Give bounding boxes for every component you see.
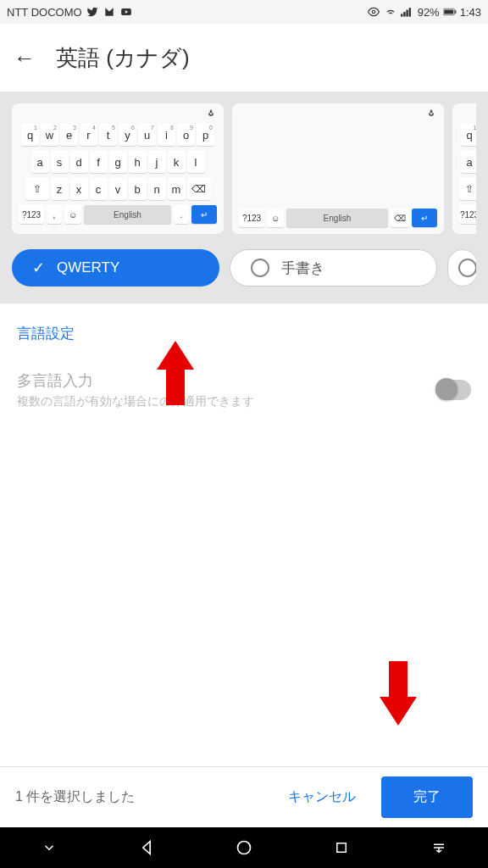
youtube-icon (119, 5, 133, 19)
period-key: . (174, 205, 189, 224)
mic-icon (207, 108, 215, 121)
key-f: f (90, 151, 108, 173)
comma-key: , (47, 205, 62, 224)
key-g: g (109, 151, 127, 173)
svg-rect-10 (337, 843, 347, 853)
key-n: n (148, 178, 166, 200)
mic-icon (427, 108, 435, 121)
key-e: e3 (60, 124, 78, 146)
chip-label: 手書き (281, 259, 324, 278)
radio-icon (458, 259, 476, 277)
bottom-action-bar: 1 件を選択しました キャンセル 完了 (0, 766, 488, 827)
eye-icon (367, 5, 380, 19)
nav-menu-icon[interactable] (430, 838, 448, 857)
navigation-bar (0, 827, 488, 868)
svg-rect-2 (401, 14, 402, 16)
keyboard-preview-next[interactable]: q1 a ⇧ ?123 (452, 103, 476, 234)
key-h: h (129, 151, 147, 173)
key-t: t5 (99, 124, 117, 146)
wifi-icon (384, 5, 397, 19)
key-l: l (187, 151, 205, 173)
key-a: a (31, 151, 49, 173)
svg-rect-5 (408, 8, 410, 16)
emoji-key: ☺ (267, 209, 284, 227)
twitter-icon (86, 5, 99, 19)
back-arrow-icon[interactable]: ← (14, 45, 36, 71)
check-icon: ✓ (32, 259, 45, 277)
key-q: q1 (21, 124, 39, 146)
key-j: j (148, 151, 166, 173)
key-p: p0 (197, 124, 214, 146)
spacebar: English (286, 209, 388, 227)
key-s: s (51, 151, 69, 173)
svg-rect-8 (455, 10, 456, 14)
backspace-key: ⌫ (187, 178, 211, 200)
key-i: i8 (158, 124, 175, 146)
keyboard-preview-qwerty[interactable]: q1w2e3r4t5y6u7i8o9p0 asdfghjkl ⇧ zxcvbnm… (12, 103, 224, 234)
language-settings-link[interactable]: 言語設定 (17, 324, 471, 343)
battery-icon (443, 5, 457, 19)
signal-icon (401, 5, 414, 19)
layout-chip-handwriting[interactable]: 手書き (230, 249, 437, 287)
header: ← 英語 (カナダ) (0, 24, 488, 92)
time-label: 1:43 (460, 6, 481, 19)
annotation-arrow-up (157, 341, 194, 370)
status-bar: NTT DOCOMO 92% 1:43 (0, 0, 488, 24)
settings-section: 言語設定 多言語入力 複数の言語が有効な場合にのみ適用できます (0, 303, 488, 430)
key-w: w2 (41, 124, 58, 146)
done-button[interactable]: 完了 (381, 776, 473, 818)
nav-back-icon[interactable] (137, 838, 156, 857)
svg-rect-7 (444, 10, 453, 14)
svg-point-1 (372, 10, 375, 14)
keyboard-preview-handwriting[interactable]: ?123 ☺ English ⌫ ↵ (232, 103, 444, 234)
layout-chip-qwerty[interactable]: ✓ QWERTY (12, 249, 219, 287)
keyboard-layout-carousel: q1w2e3r4t5y6u7i8o9p0 asdfghjkl ⇧ zxcvbnm… (0, 92, 488, 303)
multilingual-input-row: 多言語入力 複数の言語が有効な場合にのみ適用できます (17, 370, 471, 409)
mail-icon (103, 5, 116, 19)
page-title: 英語 (カナダ) (56, 43, 190, 73)
setting-title: 多言語入力 (17, 370, 254, 391)
spacebar: English (84, 205, 171, 224)
chip-label: QWERTY (57, 259, 119, 276)
selection-count-text: 1 件を選択しました (15, 788, 135, 806)
cancel-button[interactable]: キャンセル (273, 780, 371, 815)
key-u: u7 (138, 124, 156, 146)
key-b: b (129, 178, 147, 200)
annotation-arrow-down (380, 697, 417, 726)
layout-chip-next[interactable] (447, 249, 476, 287)
radio-icon (251, 259, 269, 277)
key-o: o9 (177, 124, 195, 146)
key-x: x (70, 178, 88, 200)
enter-key: ↵ (412, 209, 437, 227)
key-v: v (109, 178, 127, 200)
backspace-key: ⌫ (391, 209, 409, 227)
battery-pct: 92% (418, 6, 440, 19)
setting-description: 複数の言語が有効な場合にのみ適用できます (17, 394, 254, 409)
svg-rect-4 (406, 10, 408, 17)
symbols-key: ?123 (19, 205, 44, 224)
svg-rect-3 (403, 12, 405, 17)
nav-home-icon[interactable] (235, 838, 253, 857)
emoji-key: ☺ (64, 205, 81, 224)
carrier-label: NTT DOCOMO (7, 6, 82, 19)
key-z: z (51, 178, 69, 200)
symbols-key: ?123 (239, 209, 264, 227)
nav-collapse-icon[interactable] (40, 838, 58, 857)
key-y: y6 (119, 124, 136, 146)
key-c: c (90, 178, 108, 200)
multilingual-toggle[interactable] (435, 380, 471, 400)
shift-key: ⇧ (25, 178, 49, 200)
enter-key: ↵ (191, 205, 217, 224)
key-m: m (168, 178, 186, 200)
key-d: d (70, 151, 88, 173)
svg-point-9 (237, 842, 250, 854)
nav-recent-icon[interactable] (332, 838, 351, 857)
key-r: r4 (80, 124, 97, 146)
key-k: k (168, 151, 186, 173)
